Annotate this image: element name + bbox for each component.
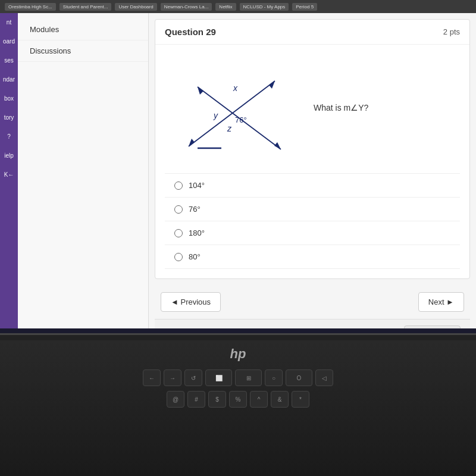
svg-text:76°: 76° — [235, 115, 247, 124]
option-text-1: 76° — [189, 205, 201, 214]
nav-icon-box[interactable]: box — [4, 95, 14, 102]
svg-marker-1 — [269, 81, 275, 89]
geometry-diagram: x y 76° z — [165, 54, 296, 161]
nav-icon-history[interactable]: tory — [4, 114, 14, 121]
question-title: Question 29 — [165, 27, 216, 37]
key-windows[interactable]: ⊞ — [235, 369, 262, 386]
question-header: Question 29 2 pts — [155, 20, 469, 45]
radio-2[interactable] — [174, 229, 183, 237]
key-star[interactable]: * — [292, 391, 309, 408]
laptop-touchpad-area: hp ← → ↺ ⬜ ⊞ ○ O ◁ @ # $ % ^ & * — [0, 340, 476, 414]
keyboard-row-2: @ # $ % ^ & * — [12, 391, 464, 408]
svg-marker-2 — [189, 139, 195, 146]
key-refresh[interactable]: ↺ — [184, 369, 202, 386]
nav-icon-ielp[interactable]: ielp — [4, 152, 14, 159]
nav-icon-ses[interactable]: ses — [4, 57, 14, 64]
browser-tab-4[interactable]: Newman-Crows La... — [161, 3, 212, 11]
nav-icon-ndar[interactable]: ndar — [3, 76, 15, 83]
answer-option-0[interactable]: 104° — [165, 174, 460, 198]
key-o2[interactable]: O — [286, 369, 312, 386]
answer-option-1[interactable]: 76° — [165, 198, 460, 221]
radio-0[interactable] — [174, 181, 183, 190]
sidebar-item-discussions[interactable]: Discussions — [18, 40, 148, 62]
answer-choices: 104° 76° 180° 80° — [165, 173, 460, 269]
key-percent[interactable]: % — [229, 391, 247, 408]
key-at[interactable]: @ — [167, 391, 184, 408]
answer-option-2[interactable]: 180° — [165, 221, 460, 245]
nav-icon-back[interactable]: K← — [4, 171, 14, 178]
next-button[interactable]: Next ► — [418, 292, 464, 312]
question-points: 2 pts — [443, 27, 460, 36]
question-card: Question 29 2 pts — [155, 19, 470, 279]
screen: nt oard ses ndar box tory ? ielp K← Modu… — [0, 13, 476, 328]
sidebar-item-modules[interactable]: Modules — [18, 19, 148, 40]
svg-text:y: y — [213, 111, 218, 120]
footer-bar: No new data to save. Last checked at 9:0… — [155, 319, 470, 328]
option-text-3: 80° — [189, 252, 201, 261]
key-arrow-right[interactable]: → — [164, 369, 181, 386]
answer-option-3[interactable]: 80° — [165, 245, 460, 269]
key-arrow-left[interactable]: ← — [143, 369, 161, 386]
browser-tab-3[interactable]: User Dashboard — [115, 3, 156, 11]
hp-logo-icon: hp — [230, 346, 246, 362]
option-text-2: 180° — [189, 228, 205, 237]
svg-marker-5 — [274, 142, 281, 149]
svg-text:z: z — [227, 124, 232, 133]
submit-quiz-button[interactable]: Submit Quiz — [404, 325, 461, 328]
key-dollar[interactable]: $ — [208, 391, 226, 408]
nav-icon-board[interactable]: oard — [3, 38, 15, 45]
radio-3[interactable] — [174, 253, 183, 261]
option-text-0: 104° — [189, 181, 205, 190]
key-hash[interactable]: # — [187, 391, 205, 408]
nav-icon-nt[interactable]: nt — [7, 19, 11, 26]
laptop-body: hp ← → ↺ ⬜ ⊞ ○ O ◁ @ # $ % ^ & * — [0, 333, 476, 476]
navigation-buttons: ◄ Previous Next ► — [155, 285, 470, 319]
radio-1[interactable] — [174, 205, 183, 214]
browser-tab-7[interactable]: Period 5 — [292, 3, 317, 11]
browser-tab-6[interactable]: NCLUSD - My Apps — [240, 3, 289, 11]
key-less[interactable]: ◁ — [315, 369, 333, 386]
diagram-area: x y 76° z What is m∠Y? — [165, 54, 460, 161]
sidebar: Modules Discussions — [18, 13, 149, 328]
svg-text:x: x — [233, 83, 238, 93]
key-circle[interactable]: ○ — [265, 369, 283, 386]
left-navigation-strip: nt oard ses ndar box tory ? ielp K← — [0, 13, 18, 328]
browser-tab-2[interactable]: Student and Parent... — [60, 3, 112, 11]
question-body: x y 76° z What is m∠Y? — [155, 45, 469, 278]
browser-bar: Orestimba High Sc... Student and Parent.… — [0, 0, 476, 13]
key-display[interactable]: ⬜ — [205, 369, 232, 386]
question-prompt: What is m∠Y? — [314, 103, 368, 112]
laptop-hinge — [0, 333, 476, 340]
svg-marker-4 — [198, 87, 203, 95]
main-content: Question 29 2 pts — [149, 13, 476, 328]
previous-button[interactable]: ◄ Previous — [161, 292, 221, 312]
nav-icon-help[interactable]: ? — [7, 133, 11, 140]
keyboard-row-1: ← → ↺ ⬜ ⊞ ○ O ◁ — [12, 369, 464, 386]
browser-tab-1[interactable]: Orestimba High Sc... — [5, 3, 56, 11]
key-amp[interactable]: & — [271, 391, 289, 408]
browser-tab-5[interactable]: Netflix — [215, 3, 236, 11]
key-caret[interactable]: ^ — [250, 391, 268, 408]
